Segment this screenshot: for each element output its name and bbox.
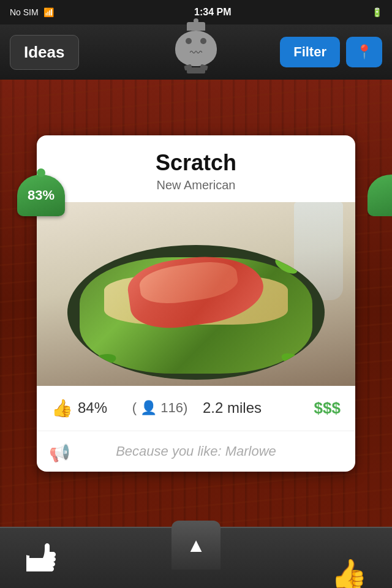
- status-right: 🔋: [372, 7, 382, 17]
- dish-background: [37, 202, 355, 386]
- like-percent: 84%: [78, 399, 107, 417]
- restaurant-name: Scratch: [49, 150, 343, 176]
- match-badge-right: [368, 175, 392, 216]
- status-time: 1:34 PM: [194, 7, 231, 18]
- robot-face: 〰: [186, 38, 206, 59]
- robot-hat: [187, 22, 205, 31]
- battery-icon: 🔋: [372, 7, 382, 17]
- card-header: Scratch New American: [37, 135, 355, 202]
- thumbs-down-icon: [24, 541, 58, 574]
- megaphone-icon: 📢: [49, 443, 70, 463]
- arrow-up-icon: ▲: [186, 534, 206, 557]
- robot-mustache: 〰: [190, 47, 202, 59]
- header: Ideas 〰 Filter 📍: [0, 24, 392, 80]
- robot-mascot: 〰: [175, 31, 217, 74]
- bottom-toolbar: ▲ 👍: [0, 527, 392, 588]
- stats-row: 👍 84% ( 👤 116) 2.2 miles $$$: [37, 386, 355, 431]
- thumbs-up-icon-toolbar: [332, 523, 366, 557]
- location-icon: 📍: [356, 44, 372, 60]
- badge-bell-left: 83%: [17, 175, 65, 216]
- main-content: 83% Scratch New American: [0, 80, 392, 527]
- match-percent-left: 83%: [28, 187, 55, 203]
- stat-distance: 2.2 miles: [196, 399, 268, 417]
- match-badge-left: 83%: [17, 175, 65, 216]
- because-row: 📢 Because you like: Marlowe: [37, 431, 355, 472]
- restaurant-card[interactable]: Scratch New American: [37, 135, 355, 472]
- wifi-icon: 📶: [43, 7, 54, 17]
- restaurant-category: New American: [49, 178, 343, 192]
- stat-reviews: ( 👤 116): [124, 400, 196, 416]
- like-emoji: 👍: [331, 557, 368, 588]
- stat-likes: 👍 84%: [51, 398, 124, 418]
- badge-bell-right: [368, 175, 392, 216]
- header-right-buttons: Filter 📍: [280, 37, 382, 67]
- food-image: [37, 202, 355, 386]
- stat-price: $$$: [268, 399, 341, 418]
- robot-eye-right: [200, 38, 206, 44]
- dislike-button[interactable]: [24, 541, 58, 574]
- robot-bowtie: [187, 67, 205, 74]
- carrier-text: No SIM: [10, 7, 39, 17]
- robot-eye-left: [186, 38, 192, 44]
- ideas-button[interactable]: Ideas: [10, 35, 79, 70]
- status-left: No SIM 📶: [10, 7, 54, 17]
- location-button[interactable]: 📍: [346, 37, 382, 67]
- toolbar-center-bump: ▲: [172, 521, 221, 570]
- because-text: Because you like: Marlowe: [116, 443, 276, 459]
- filter-button[interactable]: Filter: [280, 37, 340, 67]
- robot-eyes: [186, 38, 206, 44]
- plate: [67, 245, 325, 380]
- leaf-2: [70, 249, 96, 273]
- thumbs-up-icon: 👍: [51, 398, 73, 418]
- like-button[interactable]: 👍: [331, 523, 368, 588]
- leaf-1: [84, 245, 111, 262]
- robot-head: 〰: [175, 31, 217, 66]
